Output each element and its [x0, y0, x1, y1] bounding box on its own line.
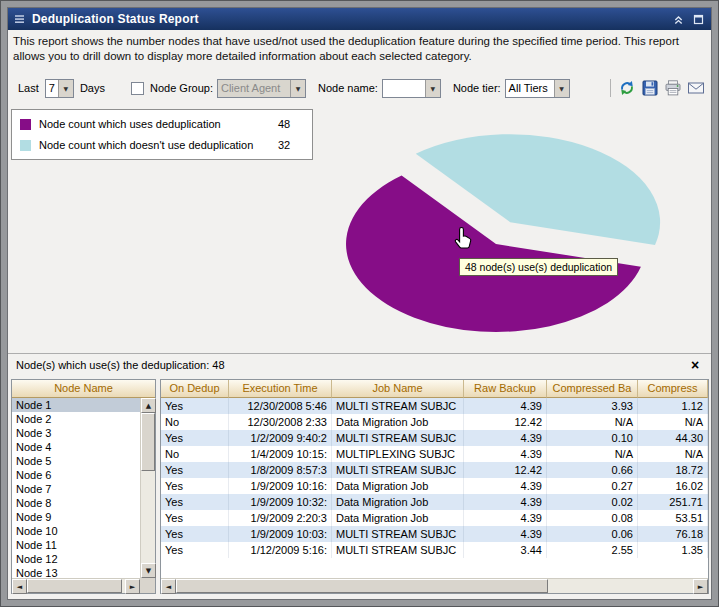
- column-header[interactable]: Raw Backup: [464, 380, 547, 398]
- table-rows: Yes12/30/2008 5:46MULTI STREAM SUBJC4.39…: [161, 398, 708, 578]
- table-cell: 0.06: [547, 526, 638, 542]
- table-cell: 0.10: [547, 430, 638, 446]
- report-window: Deduplication Status Report This report …: [0, 0, 719, 607]
- table-cell: 12/30/2008 2:33: [229, 414, 332, 430]
- node-list-hscrollbar[interactable]: ◄ ►: [12, 578, 140, 593]
- node-list: Node Name Node 1Node 2Node 3Node 4Node 5…: [11, 379, 156, 594]
- table-cell: MULTI STREAM SUBJC: [332, 542, 464, 558]
- scrollbar-thumb[interactable]: [176, 579, 548, 593]
- table-cell: 0.02: [547, 494, 638, 510]
- node-list-item[interactable]: Node 10: [12, 524, 140, 538]
- scrollbar-track[interactable]: [27, 579, 125, 593]
- job-table: On DedupExecution TimeJob NameRaw Backup…: [160, 379, 709, 594]
- window-title: Deduplication Status Report: [32, 12, 665, 26]
- table-row[interactable]: Yes1/8/2009 8:57:3MULTI STREAM SUBJC12.4…: [161, 462, 708, 478]
- window-body: This report shows the number nodes that …: [8, 30, 711, 599]
- column-header[interactable]: Execution Time: [229, 380, 332, 398]
- table-cell: 2.55: [547, 542, 638, 558]
- pie-chart: [8, 30, 711, 350]
- node-list-item[interactable]: Node 7: [12, 482, 140, 496]
- column-header[interactable]: Compressed Ba: [547, 380, 638, 398]
- table-cell: Data Migration Job: [332, 478, 464, 494]
- table-cell: N/A: [638, 446, 708, 462]
- table-cell: MULTI STREAM SUBJC: [332, 398, 464, 414]
- table-cell: 12/30/2008 5:46: [229, 398, 332, 414]
- node-list-item[interactable]: Node 2: [12, 412, 140, 426]
- table-cell: Data Migration Job: [332, 510, 464, 526]
- table-row[interactable]: Yes1/9/2009 10:16:Data Migration Job4.39…: [161, 478, 708, 494]
- table-cell: Yes: [161, 430, 229, 446]
- table-cell: Yes: [161, 398, 229, 414]
- close-icon[interactable]: ×: [687, 357, 703, 373]
- node-list-vscrollbar[interactable]: ▲ ▼: [140, 398, 155, 578]
- column-header[interactable]: Compress: [638, 380, 708, 398]
- table-cell: MULTI STREAM SUBJC: [332, 526, 464, 542]
- node-list-rows: Node 1Node 2Node 3Node 4Node 5Node 6Node…: [12, 398, 140, 578]
- scroll-right-icon[interactable]: ►: [125, 579, 140, 594]
- column-header[interactable]: Job Name: [332, 380, 464, 398]
- table-row[interactable]: No1/4/2009 10:15:MULTIPLEXING SUBJC4.39N…: [161, 446, 708, 462]
- window-frame: Deduplication Status Report This report …: [7, 7, 712, 600]
- table-row[interactable]: No12/30/2008 2:33Data Migration Job12.42…: [161, 414, 708, 430]
- table-row[interactable]: Yes1/9/2009 2:20:3Data Migration Job4.39…: [161, 510, 708, 526]
- column-header[interactable]: On Dedup: [161, 380, 229, 398]
- scroll-right-icon[interactable]: ►: [693, 579, 708, 594]
- collapse-icon[interactable]: [671, 12, 685, 26]
- node-list-item[interactable]: Node 8: [12, 496, 140, 510]
- table-cell: Yes: [161, 526, 229, 542]
- scroll-down-icon[interactable]: ▼: [141, 563, 156, 578]
- detail-panel-body: Node Name Node 1Node 2Node 3Node 4Node 5…: [8, 376, 711, 599]
- node-list-item[interactable]: Node 3: [12, 426, 140, 440]
- table-row[interactable]: Yes12/30/2008 5:46MULTI STREAM SUBJC4.39…: [161, 398, 708, 414]
- table-cell: 1/12/2009 5:16:: [229, 542, 332, 558]
- table-row[interactable]: Yes1/2/2009 9:40:2MULTI STREAM SUBJC4.39…: [161, 430, 708, 446]
- table-cell: 12.42: [464, 414, 547, 430]
- node-list-item[interactable]: Node 4: [12, 440, 140, 454]
- scrollbar-thumb[interactable]: [27, 579, 122, 593]
- detail-panel: Node(s) which use(s) the deduplication: …: [8, 353, 711, 599]
- maximize-icon[interactable]: [691, 12, 705, 26]
- scrollbar-thumb[interactable]: [141, 413, 155, 471]
- table-cell: 4.39: [464, 494, 547, 510]
- table-cell: 53.51: [638, 510, 708, 526]
- table-cell: 0.08: [547, 510, 638, 526]
- table-cell: Yes: [161, 542, 229, 558]
- scrollbar-corner: [140, 578, 155, 593]
- node-list-header[interactable]: Node Name: [12, 380, 155, 398]
- table-cell: Data Migration Job: [332, 494, 464, 510]
- table-cell: No: [161, 446, 229, 462]
- scrollbar-track[interactable]: [141, 413, 155, 563]
- table-cell: 4.39: [464, 430, 547, 446]
- node-list-item[interactable]: Node 9: [12, 510, 140, 524]
- table-cell: No: [161, 414, 229, 430]
- scroll-left-icon[interactable]: ◄: [12, 579, 27, 594]
- scrollbar-track[interactable]: [176, 579, 693, 593]
- table-hscrollbar[interactable]: ◄ ►: [161, 578, 708, 593]
- table-cell: MULTI STREAM SUBJC: [332, 462, 464, 478]
- table-row[interactable]: Yes1/9/2009 10:03:MULTI STREAM SUBJC4.39…: [161, 526, 708, 542]
- table-cell: 76.18: [638, 526, 708, 542]
- table-cell: 4.39: [464, 510, 547, 526]
- node-list-item[interactable]: Node 11: [12, 538, 140, 552]
- table-row[interactable]: Yes1/9/2009 10:32:Data Migration Job4.39…: [161, 494, 708, 510]
- table-cell: Yes: [161, 494, 229, 510]
- table-row[interactable]: Yes1/12/2009 5:16:MULTI STREAM SUBJC3.44…: [161, 542, 708, 558]
- table-cell: Yes: [161, 478, 229, 494]
- scroll-left-icon[interactable]: ◄: [161, 579, 176, 594]
- table-cell: 1/9/2009 10:03:: [229, 526, 332, 542]
- table-cell: 1.12: [638, 398, 708, 414]
- scroll-up-icon[interactable]: ▲: [141, 398, 156, 413]
- table-cell: N/A: [638, 414, 708, 430]
- table-cell: Yes: [161, 462, 229, 478]
- table-cell: 1/2/2009 9:40:2: [229, 430, 332, 446]
- node-list-item[interactable]: Node 6: [12, 468, 140, 482]
- window-menu-icon: [14, 13, 26, 25]
- table-cell: 0.66: [547, 462, 638, 478]
- node-list-item[interactable]: Node 1: [12, 398, 140, 412]
- table-cell: 12.42: [464, 462, 547, 478]
- node-list-item[interactable]: Node 13: [12, 566, 140, 578]
- table-cell: MULTI STREAM SUBJC: [332, 430, 464, 446]
- node-list-item[interactable]: Node 12: [12, 552, 140, 566]
- node-list-item[interactable]: Node 5: [12, 454, 140, 468]
- table-cell: 44.30: [638, 430, 708, 446]
